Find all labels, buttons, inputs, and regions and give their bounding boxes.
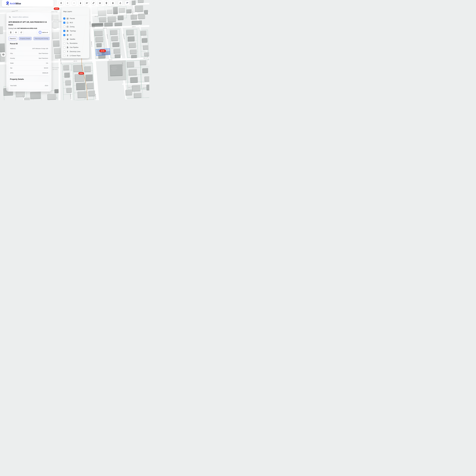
brand-name: ArchiWise (10, 2, 21, 5)
layer-item-mls[interactable]: MLS (63, 20, 88, 25)
compass-button[interactable] (78, 1, 83, 5)
street-label-14th-st: 14th St (103, 27, 107, 29)
street-label-pal-church: pal Church (53, 69, 58, 70)
street-label-the-evangelist: The Evangelist (52, 67, 59, 68)
globe-icon (67, 30, 69, 32)
field-row-apn-: APN:3548128 (10, 70, 48, 75)
street-label-shizen: Shizen (53, 28, 57, 29)
rotate-button[interactable] (19, 30, 23, 34)
tilt-button[interactable]: 45° (85, 1, 89, 5)
gas-icon (67, 46, 69, 49)
filter-icon (126, 2, 128, 4)
street-label-erie-st: Erie St (95, 16, 98, 17)
field-row-state-: State:CA (10, 61, 48, 66)
tilt-angle-label: 45° (86, 2, 88, 4)
zoom-out-button[interactable] (72, 1, 76, 5)
ai-spinner-icon (39, 31, 41, 34)
plug-icon (67, 51, 69, 53)
zoning-code-label: Zoning Code: (8, 28, 17, 29)
filter-button[interactable] (125, 1, 129, 5)
divider (63, 15, 87, 15)
field-label: City: (10, 52, 13, 54)
field-value: 3548128 (42, 72, 48, 74)
brand-logo[interactable]: ArchiWise (2, 0, 54, 7)
map-layers-title: Map Layers (63, 11, 72, 13)
layer-checkbox-zoning[interactable] (63, 26, 65, 28)
street-label-school: School (112, 69, 116, 71)
layer-checkbox-gas-pipeline[interactable] (63, 47, 65, 49)
search-icon (9, 16, 11, 18)
street-label-14th-st: 14th St (132, 26, 136, 28)
layer-item-satellite[interactable]: Satellite (63, 37, 88, 41)
layer-item-la-sewer-pipes[interactable]: LA Sewer Pipes (63, 54, 88, 58)
export-pdf-button[interactable]: PDF (8, 30, 13, 34)
layout-toggle-button[interactable] (1, 52, 6, 57)
tab-planning-and-zoning[interactable]: Planning and Zoning (33, 37, 50, 40)
zoning-icon (67, 26, 69, 28)
droplet-icon (67, 55, 69, 57)
layer-checkbox-mls[interactable] (63, 22, 65, 24)
search-input[interactable] (12, 16, 49, 18)
svg-text:PDF: PDF (10, 33, 11, 33)
map-icon (67, 17, 69, 20)
measure-icon (92, 2, 95, 4)
erase-icon (105, 2, 108, 4)
field-row-year-built-: Year Built:2014 (10, 82, 48, 89)
layer-label: MLS (70, 22, 73, 23)
layer-checkbox-topology[interactable] (63, 30, 65, 32)
property-details-card: Year Built:2014 (8, 82, 50, 92)
parcel-id-heading: Parcel ID (10, 43, 18, 45)
satellite-icon (67, 38, 69, 40)
measure-button[interactable] (91, 1, 96, 5)
field-row-address-: Address:1875 Mission St Apt 105 (10, 46, 48, 51)
address-search[interactable] (9, 16, 49, 19)
tab-property-details[interactable]: Property Details (19, 37, 32, 40)
field-label: APN: (10, 72, 14, 74)
price-marker-389k[interactable]: $389k (78, 72, 84, 74)
parcel-id-card: Address:1875 Mission St Apt 105City:San … (8, 46, 50, 75)
price-marker-649k[interactable]: $649k (100, 50, 106, 52)
select-pointer-icon (119, 2, 121, 4)
layer-item-zoning[interactable]: Zoning (63, 25, 88, 29)
street-label-clinton-park: Clinton Park (51, 11, 57, 13)
locate-button[interactable] (14, 30, 18, 34)
field-label: State: (10, 62, 14, 64)
layer-checkbox-boundaries[interactable] (63, 42, 65, 44)
field-row-county-: County:San Francisco (10, 56, 48, 61)
erase-button[interactable] (104, 1, 109, 5)
layer-checkbox-la-sewer-pipes[interactable] (63, 55, 65, 57)
street-label-orthodox-cathedral: Orthodox Cathedral (53, 21, 62, 22)
layer-label: 3D (70, 34, 72, 36)
layer-item-3d[interactable]: 3D (63, 33, 88, 37)
layer-item-topology[interactable]: Topology (63, 29, 88, 33)
select-pointer-button[interactable] (118, 1, 122, 5)
layer-checkbox-electricity-lines[interactable] (63, 51, 65, 52)
layer-item-electricity-lines[interactable]: Electricity Lines (63, 50, 88, 54)
field-value: San Francisco (39, 52, 48, 54)
field-value: 1875 Mission St Apt 105 (32, 48, 48, 50)
layer-label: Satellite (70, 38, 75, 40)
layer-item-gas-pipeline[interactable]: Gas Pipeline (63, 45, 88, 50)
layer-label: Boundaries (70, 42, 78, 44)
zoom-in-button[interactable] (65, 1, 70, 5)
add-to-ai-button[interactable]: Add to AI (37, 30, 50, 35)
layers-button[interactable] (59, 1, 63, 5)
field-value: 94103 (44, 67, 48, 69)
layer-item-parcels[interactable]: Parcels (63, 17, 88, 20)
property-details-heading: Property Details (10, 78, 24, 80)
layer-checkbox-3d[interactable] (63, 34, 65, 36)
street-label-13th-st: 13th St (140, 10, 144, 12)
crosshair-icon (15, 31, 17, 34)
zoning-code-value: NCT-MISSION-40-X/PEG-SUD (17, 28, 37, 29)
layer-checkbox-parcels[interactable] (63, 17, 65, 19)
zoom-in-icon (67, 2, 69, 4)
field-value: San Francisco (39, 57, 48, 59)
price-marker-460k[interactable]: $460k (54, 8, 59, 10)
layer-checkbox-satellite[interactable] (63, 38, 65, 40)
snapshot-button[interactable] (111, 1, 115, 5)
layer-item-boundaries[interactable]: Boundaries (63, 41, 88, 45)
compass-icon (79, 2, 82, 4)
draw-node-button[interactable] (98, 1, 102, 5)
tab-parcel-id[interactable]: Parcel ID (8, 37, 17, 40)
street-label-15th-st: 15th St (109, 59, 112, 61)
